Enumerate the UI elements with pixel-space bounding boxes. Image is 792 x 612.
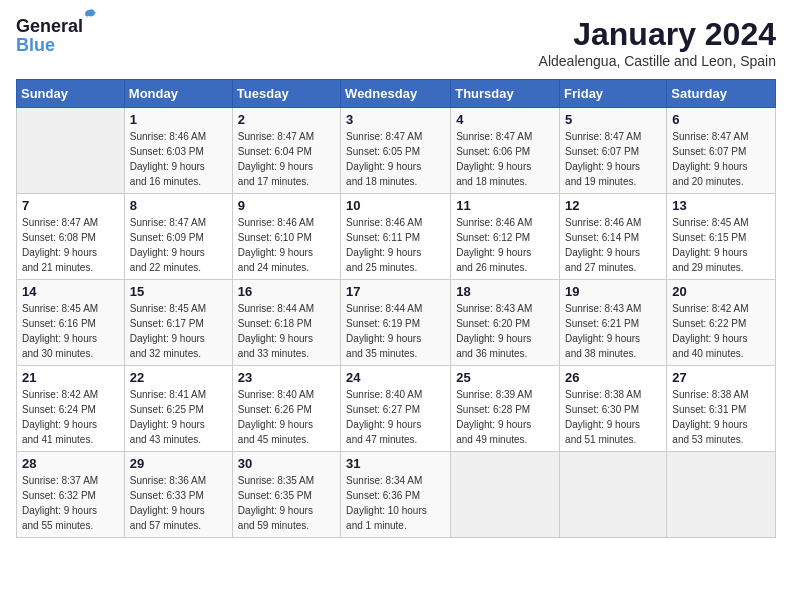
day-info: Sunrise: 8:38 AM Sunset: 6:30 PM Dayligh… — [565, 387, 661, 447]
day-number: 19 — [565, 284, 661, 299]
calendar-cell — [17, 108, 125, 194]
calendar-cell — [560, 452, 667, 538]
calendar-cell: 8Sunrise: 8:47 AM Sunset: 6:09 PM Daylig… — [124, 194, 232, 280]
day-header-wednesday: Wednesday — [341, 80, 451, 108]
day-info: Sunrise: 8:47 AM Sunset: 6:07 PM Dayligh… — [565, 129, 661, 189]
day-number: 18 — [456, 284, 554, 299]
day-header-sunday: Sunday — [17, 80, 125, 108]
day-info: Sunrise: 8:43 AM Sunset: 6:20 PM Dayligh… — [456, 301, 554, 361]
day-info: Sunrise: 8:46 AM Sunset: 6:10 PM Dayligh… — [238, 215, 335, 275]
calendar-table: SundayMondayTuesdayWednesdayThursdayFrid… — [16, 79, 776, 538]
day-info: Sunrise: 8:47 AM Sunset: 6:06 PM Dayligh… — [456, 129, 554, 189]
day-info: Sunrise: 8:47 AM Sunset: 6:07 PM Dayligh… — [672, 129, 770, 189]
calendar-cell — [667, 452, 776, 538]
logo: General Blue — [16, 16, 83, 56]
day-info: Sunrise: 8:38 AM Sunset: 6:31 PM Dayligh… — [672, 387, 770, 447]
calendar-cell: 16Sunrise: 8:44 AM Sunset: 6:18 PM Dayli… — [232, 280, 340, 366]
day-info: Sunrise: 8:35 AM Sunset: 6:35 PM Dayligh… — [238, 473, 335, 533]
day-number: 2 — [238, 112, 335, 127]
day-info: Sunrise: 8:36 AM Sunset: 6:33 PM Dayligh… — [130, 473, 227, 533]
day-number: 23 — [238, 370, 335, 385]
calendar-cell: 10Sunrise: 8:46 AM Sunset: 6:11 PM Dayli… — [341, 194, 451, 280]
day-info: Sunrise: 8:46 AM Sunset: 6:03 PM Dayligh… — [130, 129, 227, 189]
day-number: 22 — [130, 370, 227, 385]
day-number: 24 — [346, 370, 445, 385]
day-number: 21 — [22, 370, 119, 385]
day-info: Sunrise: 8:43 AM Sunset: 6:21 PM Dayligh… — [565, 301, 661, 361]
calendar-cell: 29Sunrise: 8:36 AM Sunset: 6:33 PM Dayli… — [124, 452, 232, 538]
calendar-cell: 19Sunrise: 8:43 AM Sunset: 6:21 PM Dayli… — [560, 280, 667, 366]
day-info: Sunrise: 8:47 AM Sunset: 6:04 PM Dayligh… — [238, 129, 335, 189]
day-info: Sunrise: 8:40 AM Sunset: 6:27 PM Dayligh… — [346, 387, 445, 447]
calendar-cell: 18Sunrise: 8:43 AM Sunset: 6:20 PM Dayli… — [451, 280, 560, 366]
day-number: 28 — [22, 456, 119, 471]
day-header-saturday: Saturday — [667, 80, 776, 108]
calendar-cell: 25Sunrise: 8:39 AM Sunset: 6:28 PM Dayli… — [451, 366, 560, 452]
day-number: 13 — [672, 198, 770, 213]
day-number: 25 — [456, 370, 554, 385]
calendar-cell: 23Sunrise: 8:40 AM Sunset: 6:26 PM Dayli… — [232, 366, 340, 452]
calendar-week-4: 21Sunrise: 8:42 AM Sunset: 6:24 PM Dayli… — [17, 366, 776, 452]
day-number: 12 — [565, 198, 661, 213]
day-info: Sunrise: 8:45 AM Sunset: 6:16 PM Dayligh… — [22, 301, 119, 361]
day-number: 5 — [565, 112, 661, 127]
calendar-cell: 14Sunrise: 8:45 AM Sunset: 6:16 PM Dayli… — [17, 280, 125, 366]
calendar-cell: 4Sunrise: 8:47 AM Sunset: 6:06 PM Daylig… — [451, 108, 560, 194]
calendar-cell: 7Sunrise: 8:47 AM Sunset: 6:08 PM Daylig… — [17, 194, 125, 280]
day-number: 31 — [346, 456, 445, 471]
day-info: Sunrise: 8:37 AM Sunset: 6:32 PM Dayligh… — [22, 473, 119, 533]
calendar-cell: 15Sunrise: 8:45 AM Sunset: 6:17 PM Dayli… — [124, 280, 232, 366]
logo-blue-text: Blue — [16, 35, 55, 56]
day-header-thursday: Thursday — [451, 80, 560, 108]
day-header-friday: Friday — [560, 80, 667, 108]
day-info: Sunrise: 8:45 AM Sunset: 6:17 PM Dayligh… — [130, 301, 227, 361]
calendar-cell: 3Sunrise: 8:47 AM Sunset: 6:05 PM Daylig… — [341, 108, 451, 194]
day-number: 6 — [672, 112, 770, 127]
day-info: Sunrise: 8:47 AM Sunset: 6:05 PM Dayligh… — [346, 129, 445, 189]
calendar-week-5: 28Sunrise: 8:37 AM Sunset: 6:32 PM Dayli… — [17, 452, 776, 538]
calendar-cell: 24Sunrise: 8:40 AM Sunset: 6:27 PM Dayli… — [341, 366, 451, 452]
calendar-cell — [451, 452, 560, 538]
calendar-cell: 28Sunrise: 8:37 AM Sunset: 6:32 PM Dayli… — [17, 452, 125, 538]
calendar-cell: 20Sunrise: 8:42 AM Sunset: 6:22 PM Dayli… — [667, 280, 776, 366]
day-number: 26 — [565, 370, 661, 385]
day-number: 9 — [238, 198, 335, 213]
location-subtitle: Aldealengua, Castille and Leon, Spain — [539, 53, 776, 69]
day-number: 15 — [130, 284, 227, 299]
header-row: SundayMondayTuesdayWednesdayThursdayFrid… — [17, 80, 776, 108]
day-number: 16 — [238, 284, 335, 299]
day-header-monday: Monday — [124, 80, 232, 108]
day-number: 4 — [456, 112, 554, 127]
day-number: 14 — [22, 284, 119, 299]
calendar-cell: 30Sunrise: 8:35 AM Sunset: 6:35 PM Dayli… — [232, 452, 340, 538]
day-info: Sunrise: 8:45 AM Sunset: 6:15 PM Dayligh… — [672, 215, 770, 275]
day-info: Sunrise: 8:47 AM Sunset: 6:09 PM Dayligh… — [130, 215, 227, 275]
calendar-week-2: 7Sunrise: 8:47 AM Sunset: 6:08 PM Daylig… — [17, 194, 776, 280]
day-info: Sunrise: 8:44 AM Sunset: 6:19 PM Dayligh… — [346, 301, 445, 361]
title-block: January 2024 Aldealengua, Castille and L… — [539, 16, 776, 69]
day-header-tuesday: Tuesday — [232, 80, 340, 108]
calendar-cell: 17Sunrise: 8:44 AM Sunset: 6:19 PM Dayli… — [341, 280, 451, 366]
logo-bird-icon — [81, 8, 97, 24]
calendar-cell: 31Sunrise: 8:34 AM Sunset: 6:36 PM Dayli… — [341, 452, 451, 538]
day-info: Sunrise: 8:46 AM Sunset: 6:14 PM Dayligh… — [565, 215, 661, 275]
month-title: January 2024 — [539, 16, 776, 53]
day-number: 30 — [238, 456, 335, 471]
day-info: Sunrise: 8:44 AM Sunset: 6:18 PM Dayligh… — [238, 301, 335, 361]
calendar-cell: 9Sunrise: 8:46 AM Sunset: 6:10 PM Daylig… — [232, 194, 340, 280]
day-number: 11 — [456, 198, 554, 213]
day-number: 10 — [346, 198, 445, 213]
day-number: 29 — [130, 456, 227, 471]
calendar-cell: 26Sunrise: 8:38 AM Sunset: 6:30 PM Dayli… — [560, 366, 667, 452]
day-info: Sunrise: 8:42 AM Sunset: 6:22 PM Dayligh… — [672, 301, 770, 361]
calendar-cell: 12Sunrise: 8:46 AM Sunset: 6:14 PM Dayli… — [560, 194, 667, 280]
calendar-cell: 2Sunrise: 8:47 AM Sunset: 6:04 PM Daylig… — [232, 108, 340, 194]
day-info: Sunrise: 8:41 AM Sunset: 6:25 PM Dayligh… — [130, 387, 227, 447]
calendar-cell: 13Sunrise: 8:45 AM Sunset: 6:15 PM Dayli… — [667, 194, 776, 280]
calendar-week-3: 14Sunrise: 8:45 AM Sunset: 6:16 PM Dayli… — [17, 280, 776, 366]
calendar-cell: 27Sunrise: 8:38 AM Sunset: 6:31 PM Dayli… — [667, 366, 776, 452]
day-number: 27 — [672, 370, 770, 385]
day-info: Sunrise: 8:46 AM Sunset: 6:11 PM Dayligh… — [346, 215, 445, 275]
day-info: Sunrise: 8:46 AM Sunset: 6:12 PM Dayligh… — [456, 215, 554, 275]
day-info: Sunrise: 8:34 AM Sunset: 6:36 PM Dayligh… — [346, 473, 445, 533]
